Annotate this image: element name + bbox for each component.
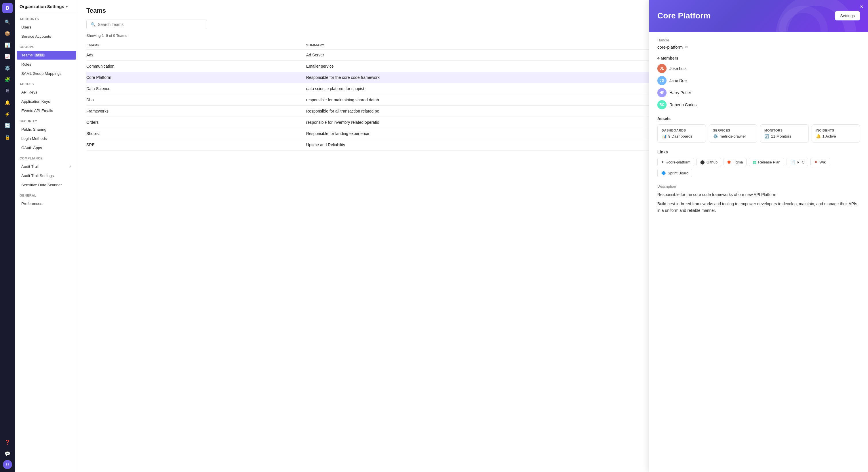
nav-icon-chat[interactable]: 💬	[2, 448, 13, 459]
col-header-name[interactable]: ↑NAME	[86, 41, 303, 50]
team-name: Orders	[86, 117, 303, 128]
sidebar-item-users[interactable]: Users	[17, 23, 76, 32]
sidebar: Organization Settings ▾ ACCOUNTS Users S…	[15, 0, 78, 472]
link-chip-wiki[interactable]: ✕ Wiki	[810, 158, 830, 166]
sidebar-item-events-api[interactable]: Events API Emails	[17, 106, 76, 115]
avatar: HP	[657, 88, 666, 97]
sidebar-item-roles[interactable]: Roles	[17, 60, 76, 69]
description-line-2: Build best-in-breed frameworks and tooli…	[657, 200, 860, 214]
team-name: Dba	[86, 94, 303, 106]
link-chip-rfc[interactable]: 📄 RFC	[786, 158, 808, 166]
avatar: JD	[657, 76, 666, 85]
panel-title: Core Platform	[657, 11, 711, 21]
section-label-general: GENERAL	[15, 190, 78, 199]
link-chip-slack[interactable]: ✦ #core-platform	[657, 158, 694, 166]
dashboard-icon: 📊	[662, 134, 666, 138]
slack-icon: ✦	[661, 160, 664, 164]
sidebar-item-public-sharing[interactable]: Public Sharing	[17, 125, 76, 134]
team-name: Communication	[86, 61, 303, 72]
team-name: Data Science	[86, 83, 303, 94]
asset-card-monitors: MONITORS 🔄 11 Monitors	[760, 124, 809, 143]
sidebar-item-application-keys[interactable]: Application Keys	[17, 97, 76, 106]
sidebar-header[interactable]: Organization Settings ▾	[15, 0, 78, 13]
description-line-1: Responsible for the core code frameworks…	[657, 191, 860, 198]
section-label-security: SECURITY	[15, 116, 78, 125]
link-chip-github[interactable]: ⬤ Github	[696, 158, 721, 166]
member-row: RC Roberto Carlos	[657, 100, 860, 109]
sidebar-header-title: Organization Settings	[20, 4, 64, 9]
links-label: Links	[657, 150, 860, 154]
copy-icon[interactable]: ⧉	[685, 44, 688, 50]
panel-header: Core Platform Settings ×	[649, 0, 868, 32]
sidebar-section-general: GENERAL Preferences	[15, 190, 78, 208]
search-input[interactable]	[98, 22, 203, 27]
user-avatar[interactable]: U	[3, 460, 12, 469]
link-chip-figma[interactable]: ⬟ Figma	[723, 158, 747, 166]
nav-icon-search[interactable]: 🔍	[2, 17, 13, 27]
services-icon: ⚙️	[713, 134, 718, 138]
nav-icon-incidents[interactable]: ⚡	[2, 109, 13, 119]
panel-body: Handle core-platform ⧉ 4 Members JL Jose…	[649, 32, 868, 472]
sidebar-item-oauth-apps[interactable]: OAuth Apps	[17, 143, 76, 152]
settings-button[interactable]: Settings	[835, 11, 860, 21]
section-label-groups: GROUPS	[15, 41, 78, 50]
release-plan-icon: ▦	[753, 160, 756, 164]
asset-title-incidents: INCIDENTS	[816, 129, 856, 132]
asset-title-monitors: MONITORS	[765, 129, 804, 132]
sidebar-item-audit-trail-settings[interactable]: Audit Trail Settings	[17, 171, 76, 180]
sidebar-item-service-accounts[interactable]: Service Accounts	[17, 32, 76, 41]
sidebar-item-saml[interactable]: SAML Group Mappings	[17, 69, 76, 78]
search-bar-container: 🔍	[86, 20, 207, 29]
section-label-accounts: ACCOUNTS	[15, 13, 78, 23]
team-name: Shopist	[86, 128, 303, 139]
nav-icon-dashboard[interactable]: 📊	[2, 40, 13, 50]
asset-card-dashboards: DASHBOARDS 📊 9 Dashboards	[657, 124, 706, 143]
search-icon: 🔍	[91, 22, 96, 27]
sidebar-item-audit-trail[interactable]: Audit Trail ↗	[17, 162, 76, 171]
nav-icon-settings[interactable]: ⚙️	[2, 63, 13, 73]
sidebar-item-sensitive-data[interactable]: Sensitive Data Scanner	[17, 181, 76, 189]
nav-icon-integrations[interactable]: 🧩	[2, 74, 13, 85]
nav-icon-reliability[interactable]: 🔄	[2, 120, 13, 131]
member-name: Jane Doe	[670, 78, 687, 83]
nav-icon-monitor[interactable]: 🖥	[2, 86, 13, 96]
nav-icon-charts[interactable]: 📈	[2, 51, 13, 62]
asset-value-dashboards: 📊 9 Dashboards	[662, 134, 702, 138]
asset-card-incidents: INCIDENTS 🔔 1 Active	[812, 124, 860, 143]
nav-icon-help[interactable]: ❓	[2, 437, 13, 447]
avatar: RC	[657, 100, 666, 109]
main-content: Teams 🔍 Showing 1–9 of 9 Teams ↑NAME SUM…	[78, 0, 868, 472]
nav-icon-catalog[interactable]: 📦	[2, 28, 13, 38]
link-chip-release-plan[interactable]: ▦ Release Plan	[749, 158, 784, 166]
sidebar-section-compliance: COMPLIANCE Audit Trail ↗ Audit Trail Set…	[15, 153, 78, 190]
link-chip-sprint-board[interactable]: 🔷 Sprint Board	[657, 169, 692, 177]
asset-title-services: SERVICES	[713, 129, 753, 132]
sidebar-item-teams-label: Teams	[21, 53, 33, 57]
figma-icon: ⬟	[727, 160, 731, 164]
nav-icon-security[interactable]: 🔒	[2, 132, 13, 142]
sidebar-item-preferences[interactable]: Preferences	[17, 199, 76, 208]
sort-icon: ↑	[86, 43, 88, 47]
incidents-icon: 🔔	[816, 134, 821, 138]
close-button[interactable]: ×	[860, 3, 863, 10]
github-icon: ⬤	[700, 160, 705, 164]
member-name: Harry Potter	[670, 90, 691, 95]
assets-label: Assets	[657, 116, 860, 121]
team-name: SRE	[86, 139, 303, 151]
asset-card-services: SERVICES ⚙️ metrics-crawler	[709, 124, 757, 143]
sidebar-item-teams[interactable]: Teams BETA	[17, 51, 76, 60]
sprint-board-icon: 🔷	[661, 171, 666, 175]
sidebar-item-api-keys[interactable]: API Keys	[17, 88, 76, 97]
links-row: ✦ #core-platform ⬤ Github ⬟ Figma ▦ Rele…	[657, 158, 860, 177]
description-text: Responsible for the core code frameworks…	[657, 191, 860, 214]
sidebar-section-accounts: ACCOUNTS Users Service Accounts	[15, 13, 78, 41]
wiki-icon: ✕	[814, 160, 818, 164]
sidebar-item-login-methods[interactable]: Login Methods	[17, 134, 76, 143]
team-detail-panel: Core Platform Settings × Handle core-pla…	[649, 0, 868, 472]
member-row: HP Harry Potter	[657, 88, 860, 97]
nav-icon-alerts[interactable]: 🔔	[2, 97, 13, 107]
external-link-icon: ↗	[69, 165, 72, 168]
description-label: Description	[657, 184, 860, 189]
avatar: JL	[657, 64, 666, 73]
monitors-icon: 🔄	[765, 134, 769, 138]
